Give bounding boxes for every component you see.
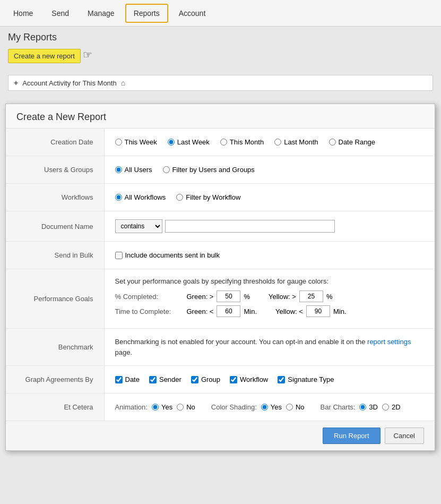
radio-last-week[interactable]: Last Week — [168, 138, 210, 146]
creation-date-row: Creation Date This Week Last Week — [6, 129, 435, 156]
create-report-button[interactable]: Create a new report — [8, 49, 81, 63]
graph-date-checkbox[interactable] — [115, 376, 123, 383]
color-shading-yes-item[interactable]: Yes — [261, 403, 282, 411]
account-activity-bar: + Account Activity for This Month ⌂ — [8, 75, 433, 91]
benchmark-text-before: Benchmarking is not enabled for your acc… — [115, 338, 368, 346]
plus-icon: + — [14, 79, 18, 87]
send-in-bulk-label: Send in Bulk — [6, 242, 104, 269]
send-in-bulk-checkbox[interactable] — [115, 252, 123, 259]
radio-this-week[interactable]: This Week — [115, 138, 157, 146]
animation-no-item[interactable]: No — [177, 403, 195, 411]
document-name-row: Document Name contains starts with ends … — [6, 211, 435, 242]
radio-filter-users-groups[interactable]: Filter by Users and Groups — [163, 166, 255, 174]
performance-goals-content: Set your performance goals by specifying… — [104, 269, 435, 329]
graph-group-checkbox[interactable] — [191, 376, 198, 383]
graph-sender-label: Sender — [159, 375, 181, 383]
bar-charts-label: Bar Charts: — [321, 403, 356, 411]
send-in-bulk-checkbox-item[interactable]: Include documents sent in bulk — [115, 251, 425, 259]
document-name-content: contains starts with ends with equals — [104, 211, 435, 242]
graph-date-label: Date — [125, 375, 140, 383]
pct-green-unit: % — [244, 293, 250, 301]
workflows-options: All Workflows Filter by Workflow — [104, 184, 435, 211]
document-name-input[interactable] — [165, 220, 335, 233]
color-shading-no-item[interactable]: No — [286, 403, 305, 411]
benchmark-row: Benchmark Benchmarking is not enabled fo… — [6, 329, 435, 366]
et-cetera-content: Animation: Yes No Color Shading: — [104, 394, 435, 421]
time-yellow-lt-label: Yellow: < — [275, 307, 303, 315]
send-in-bulk-content: Include documents sent in bulk — [104, 242, 435, 269]
top-navigation: Home Send Manage Reports Account — [0, 0, 441, 27]
pct-yellow-input[interactable]: 25 — [299, 291, 323, 302]
pct-yellow-unit: % — [326, 293, 333, 301]
cursor-icon: ☞ — [83, 49, 92, 60]
time-yellow-input[interactable]: 90 — [306, 305, 330, 317]
time-green-input[interactable]: 60 — [217, 305, 240, 317]
graph-sender-checkbox[interactable] — [149, 376, 157, 383]
graph-sender-item[interactable]: Sender — [149, 375, 181, 383]
performance-goals-label: Performance Goals — [6, 269, 104, 329]
graph-signature-type-item[interactable]: Signature Type — [278, 375, 334, 383]
animation-no-label: No — [186, 403, 195, 411]
benchmark-label: Benchmark — [6, 329, 104, 366]
graph-group-label: Group — [201, 375, 220, 383]
pct-green-gt-label: Green: > — [187, 293, 214, 301]
et-cetera-label: Et Cetera — [6, 394, 104, 421]
time-yellow-unit: Min. — [333, 307, 347, 315]
perf-intro-text: Set your performance goals by specifying… — [115, 277, 425, 285]
report-form: Creation Date This Week Last Week — [6, 129, 435, 421]
et-cetera-row: Et Cetera Animation: Yes No — [6, 394, 435, 421]
bar-charts-3d-item[interactable]: 3D — [359, 403, 378, 411]
time-green-lt-label: Green: < — [187, 307, 214, 315]
nav-account[interactable]: Account — [171, 4, 214, 22]
bar-charts-2d-item[interactable]: 2D — [382, 403, 401, 411]
graph-signature-type-checkbox[interactable] — [278, 376, 285, 383]
graph-agreements-row: Graph Agreements By Date Sender — [6, 366, 435, 394]
animation-yes-item[interactable]: Yes — [152, 403, 172, 411]
document-name-dropdown[interactable]: contains starts with ends with equals — [115, 219, 162, 233]
workflows-label: Workflows — [6, 184, 104, 211]
run-report-button[interactable]: Run Report — [323, 428, 380, 444]
benchmark-content: Benchmarking is not enabled for your acc… — [104, 329, 435, 366]
bar-charts-2d-label: 2D — [392, 403, 401, 411]
nav-send[interactable]: Send — [44, 4, 77, 22]
nav-manage[interactable]: Manage — [80, 4, 123, 22]
graph-workflow-item[interactable]: Workflow — [230, 375, 268, 383]
report-settings-link[interactable]: report settings — [367, 338, 411, 346]
radio-filter-workflow[interactable]: Filter by Workflow — [176, 193, 240, 201]
nav-reports[interactable]: Reports — [125, 4, 168, 23]
radio-all-workflows[interactable]: All Workflows — [115, 193, 166, 201]
send-in-bulk-row: Send in Bulk Include documents sent in b… — [6, 242, 435, 269]
modal-title: Create a New Report — [6, 104, 435, 129]
pct-yellow-gt-label: Yellow: > — [269, 293, 296, 301]
modal-footer: Run Report Cancel — [6, 421, 435, 450]
graph-workflow-label: Workflow — [240, 375, 268, 383]
radio-last-month[interactable]: Last Month — [274, 138, 318, 146]
radio-date-range[interactable]: Date Range — [329, 138, 375, 146]
pct-completed-label: % Completed: — [115, 293, 179, 301]
color-shading-yes-label: Yes — [271, 403, 282, 411]
create-report-modal: Create a New Report Creation Date This W… — [5, 104, 435, 451]
cancel-button[interactable]: Cancel — [385, 428, 424, 444]
graph-group-item[interactable]: Group — [191, 375, 220, 383]
send-in-bulk-checkbox-label: Include documents sent in bulk — [125, 251, 220, 259]
page-background: My Reports Create a new report ☞ + Accou… — [0, 27, 441, 504]
graph-agreements-label: Graph Agreements By — [6, 366, 104, 394]
pct-green-input[interactable]: 50 — [217, 291, 240, 302]
animation-label: Animation: — [115, 403, 148, 411]
performance-goals-row: Performance Goals Set your performance g… — [6, 269, 435, 329]
color-shading-label: Color Shading: — [211, 403, 257, 411]
page-title: My Reports — [8, 32, 433, 43]
users-groups-row: Users & Groups All Users Filter by Users… — [6, 156, 435, 184]
creation-date-options: This Week Last Week This Month Last — [104, 129, 435, 156]
time-complete-label: Time to Complete: — [115, 307, 179, 315]
radio-all-users[interactable]: All Users — [115, 166, 152, 174]
graph-date-item[interactable]: Date — [115, 375, 140, 383]
graph-workflow-checkbox[interactable] — [230, 376, 237, 383]
users-groups-options: All Users Filter by Users and Groups — [104, 156, 435, 184]
nav-home[interactable]: Home — [5, 4, 41, 22]
document-name-label: Document Name — [6, 211, 104, 242]
radio-this-month[interactable]: This Month — [220, 138, 264, 146]
benchmark-text-after: page. — [115, 348, 133, 356]
time-green-unit: Min. — [244, 307, 257, 315]
graph-agreements-content: Date Sender Group Workflow — [104, 366, 435, 394]
